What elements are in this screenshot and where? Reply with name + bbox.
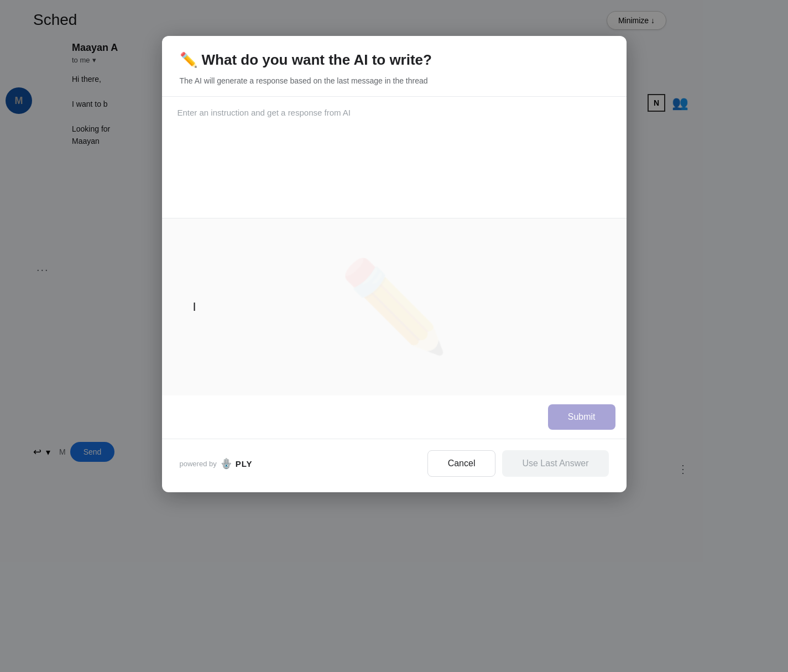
instruction-textarea[interactable]	[162, 97, 627, 218]
pencil-watermark: ✏️	[339, 255, 450, 359]
ply-logo-emoji: 🪬	[220, 457, 232, 470]
pencil-emoji: ✏️	[180, 51, 197, 69]
footer-buttons: Cancel Use Last Answer	[427, 450, 609, 477]
modal-title: ✏️ What do you want the AI to write?	[180, 51, 609, 69]
ply-brand-name: PLY	[236, 459, 253, 468]
instruction-area-wrapper: ✏️ I Submit	[162, 97, 627, 439]
modal-footer: powered by 🪬 PLY Cancel Use Last Answer	[162, 439, 627, 492]
powered-by-text: powered by	[180, 460, 217, 468]
modal-overlay: ✏️ What do you want the AI to write? The…	[0, 0, 788, 672]
use-last-answer-button[interactable]: Use Last Answer	[502, 450, 608, 477]
text-cursor: I	[193, 300, 196, 314]
submit-btn-row: Submit	[162, 395, 627, 439]
modal-title-text: What do you want the AI to write?	[202, 51, 432, 69]
modal-header: ✏️ What do you want the AI to write? The…	[162, 36, 627, 97]
modal-body: ✏️ I Submit	[162, 97, 627, 439]
submit-button[interactable]: Submit	[548, 404, 615, 430]
powered-by: powered by 🪬 PLY	[180, 457, 253, 470]
cancel-button[interactable]: Cancel	[427, 450, 496, 477]
ai-write-modal: ✏️ What do you want the AI to write? The…	[162, 36, 627, 492]
response-area: ✏️ I	[162, 218, 627, 395]
modal-subtitle: The AI will generate a response based on…	[180, 76, 609, 85]
